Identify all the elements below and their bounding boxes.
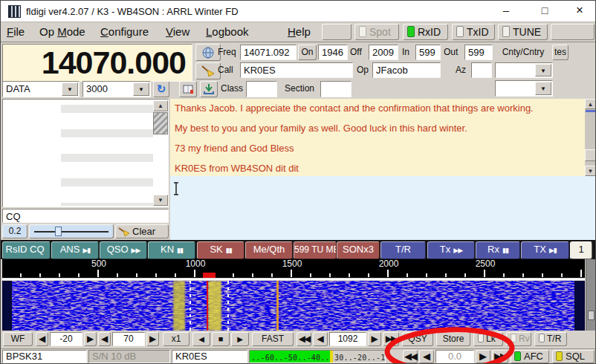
save-qso-button[interactable] — [200, 81, 218, 97]
bandwidth-dropdown-arrow-icon[interactable]: ▼ — [133, 82, 149, 96]
macro-button-tx2[interactable]: TX▶▮ — [521, 241, 569, 259]
spot-toggle[interactable]: Spot — [354, 24, 399, 40]
time-on-field[interactable]: 1946 — [318, 45, 348, 60]
carrier-marker[interactable] — [203, 273, 216, 278]
macro-button-ans[interactable]: ANS▶▮ — [51, 241, 99, 259]
menu-opmode[interactable]: Op Mode — [39, 22, 85, 42]
wf-mode-button[interactable]: WF — [3, 332, 33, 346]
status-mode-field[interactable]: BPSK31 — [2, 350, 87, 363]
offset-field[interactable]: 0.0 — [435, 350, 474, 363]
rx-scroll-up-button[interactable]: ▲ — [585, 99, 596, 109]
carrier-up-button[interactable]: ▶ — [368, 332, 381, 346]
reverse-toggle[interactable]: Rv — [506, 332, 531, 346]
scroll-right-button[interactable]: ▶ — [231, 332, 249, 346]
rxid-toggle[interactable]: RxID — [403, 24, 448, 40]
province-dropdown-arrow-icon[interactable]: ▼ — [535, 82, 551, 95]
browser-scroll-up-button[interactable]: ▲ — [153, 100, 168, 111]
blank-button-1[interactable] — [322, 24, 352, 40]
signal-range-down-button[interactable]: ◀ — [98, 332, 111, 346]
mode-dropdown-arrow-icon[interactable]: ▼ — [62, 82, 78, 96]
menu-view[interactable]: View — [166, 22, 190, 42]
macro-button-sonx3[interactable]: SONx3 — [337, 241, 380, 259]
squelch-slider[interactable] — [29, 224, 114, 238]
op-field[interactable]: JFacob — [372, 62, 441, 78]
offset-down-fast-button[interactable]: ◀◀ — [403, 350, 418, 363]
rst-in-field[interactable]: 599 — [415, 45, 441, 60]
lock-toggle[interactable]: Lk — [473, 332, 503, 346]
minimize-button[interactable]: – — [493, 1, 519, 22]
province-combobox[interactable]: ▼ — [495, 80, 553, 97]
macro-button-rx[interactable]: Rx▮▮ — [476, 241, 520, 259]
carrier-up-fast-button[interactable]: ▶▶ — [383, 332, 399, 346]
rst-out-field[interactable]: 599 — [464, 45, 493, 60]
sql-toggle[interactable]: SQL — [552, 350, 595, 363]
center-stop-button[interactable]: ■ — [212, 332, 230, 346]
upper-signal-down-button[interactable]: ◀ — [36, 332, 48, 346]
store-button[interactable]: Store — [436, 332, 470, 346]
offset-up-fast-button[interactable]: ▶▶ — [492, 350, 508, 363]
macro-page-button[interactable]: 1 — [570, 241, 592, 259]
menu-file[interactable]: File — [7, 22, 25, 42]
signal-range-up-button[interactable]: ▶ — [146, 332, 159, 346]
rx-scroll-down-button[interactable]: ▼ — [585, 166, 596, 176]
slider-handle[interactable] — [55, 227, 62, 236]
side-strip-handle[interactable] — [588, 311, 595, 320]
state-dropdown-arrow-icon[interactable]: ▼ — [535, 64, 551, 77]
az-field[interactable] — [471, 62, 492, 78]
section-field[interactable] — [320, 81, 352, 97]
browser-scroll-down-button[interactable]: ▼ — [153, 195, 168, 206]
class-field[interactable] — [246, 81, 277, 97]
close-button[interactable]: × — [566, 1, 594, 22]
clear-log-fields-button[interactable] — [195, 62, 221, 79]
rx-scrollbar-thumb[interactable] — [585, 149, 596, 161]
logbook-button[interactable] — [179, 81, 197, 97]
macro-button-tr[interactable]: T/R — [380, 241, 426, 259]
notes-tab-partial[interactable]: tes — [552, 45, 569, 60]
rx-text-pane[interactable]: Thanks Jacob. I appreciate the contact a… — [170, 99, 585, 176]
carrier-down-fast-button[interactable]: ◀◀ — [297, 332, 311, 346]
squelch-value-button[interactable]: 0.2 — [2, 224, 27, 238]
state-combobox[interactable]: ▼ — [495, 62, 553, 78]
time-off-field[interactable]: 2009 — [369, 45, 398, 60]
time-on-button[interactable]: On — [298, 45, 317, 60]
maximize-button[interactable]: □ — [531, 1, 558, 22]
blank-button-2[interactable] — [551, 24, 595, 40]
macro-button-rsid-cq[interactable]: RsID CQ — [2, 241, 51, 259]
zoom-button[interactable]: x1 — [163, 332, 190, 346]
call-field[interactable]: KR0ES — [240, 62, 353, 78]
wf-speed-button[interactable]: FAST — [252, 332, 294, 346]
tune-toggle[interactable]: TUNE — [498, 24, 548, 40]
browser-search-field[interactable]: CQ — [2, 209, 169, 223]
carrier-frequency-field[interactable]: 1092 — [329, 332, 366, 346]
waterfall-display[interactable] — [2, 281, 585, 331]
txid-toggle[interactable]: TxID — [452, 24, 495, 40]
offset-down-button[interactable]: ◀ — [419, 350, 434, 363]
menu-help[interactable]: Help — [288, 22, 311, 42]
mode-combobox[interactable]: DATA ▼ — [2, 81, 80, 97]
macro-button-sk[interactable]: SK▮▮ — [197, 241, 244, 259]
scroll-left-button[interactable]: ◀ — [192, 332, 210, 346]
macro-button-599-tu-me[interactable]: 599 TU ME — [294, 241, 337, 259]
qrz-globe-button[interactable] — [195, 44, 221, 61]
carrier-down-button[interactable]: ◀ — [313, 332, 328, 346]
offset-up-button[interactable]: ▶ — [476, 350, 490, 363]
tx-text-pane[interactable] — [170, 176, 596, 240]
menu-logbook[interactable]: Logbook — [206, 22, 249, 42]
macro-button-qso[interactable]: QSO▶▶ — [100, 241, 147, 259]
menu-configure[interactable]: Configure — [100, 22, 149, 42]
macro-button-kn[interactable]: KN▮▮ — [148, 241, 195, 259]
bandwidth-combobox[interactable]: 3000 ▼ — [82, 81, 151, 97]
macro-button-me-qth[interactable]: Me/Qth — [245, 241, 293, 259]
upper-signal-field[interactable]: -20 — [50, 332, 82, 346]
wf-tr-toggle[interactable]: T/R — [534, 332, 567, 346]
qsy-button[interactable]: QSY — [402, 332, 433, 346]
clear-browser-button[interactable]: Clear — [115, 224, 169, 238]
upper-signal-up-button[interactable]: ▶ — [84, 332, 97, 346]
macro-button-tx[interactable]: Tx▶▶ — [427, 241, 475, 259]
freq-field[interactable]: 14071.092 — [240, 45, 297, 60]
signal-range-field[interactable]: 70 — [112, 332, 145, 346]
afc-toggle[interactable]: AFC — [511, 350, 549, 363]
sync-xcvr-button[interactable]: ↻ — [153, 81, 169, 97]
frequency-display[interactable]: 14070.000 — [2, 44, 192, 82]
browser-scrollbar-thumb[interactable] — [153, 112, 168, 134]
